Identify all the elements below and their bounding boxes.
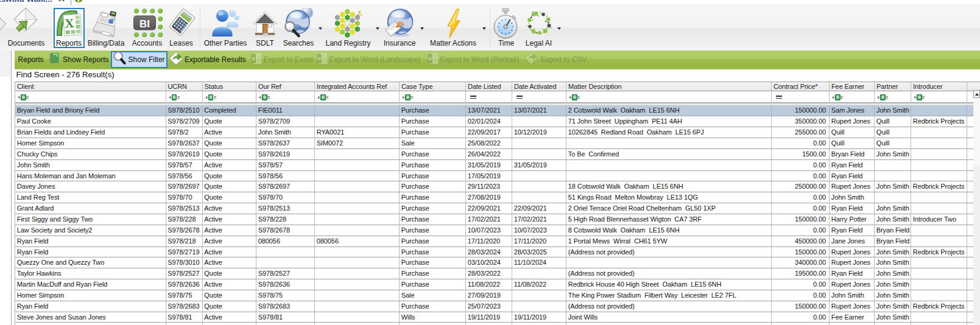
svg-text:BI: BI <box>139 18 149 30</box>
svg-text:X: X <box>252 56 255 62</box>
svg-text:X: X <box>64 16 74 31</box>
